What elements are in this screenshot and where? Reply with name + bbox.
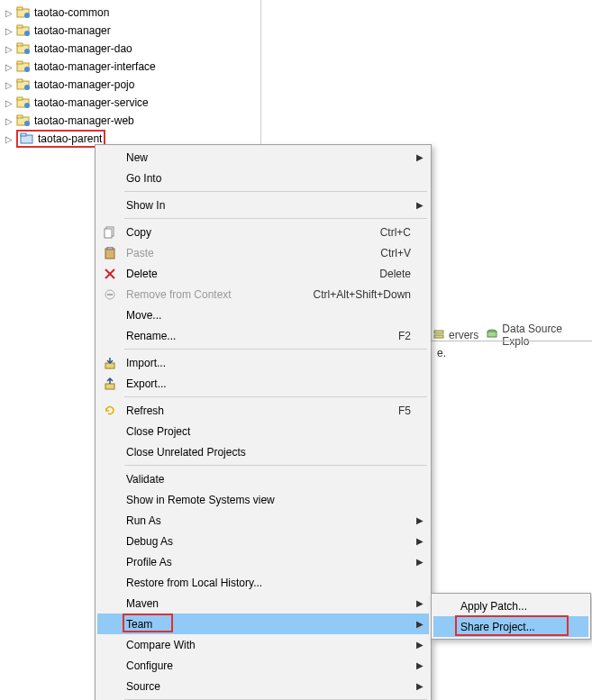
submenu-arrow-icon: ▶: [416, 660, 424, 670]
menu-item-label: Show in Remote Systems view: [126, 494, 411, 506]
menu-item-debug-as[interactable]: Debug As▶: [97, 531, 429, 551]
svg-rect-1: [17, 7, 23, 10]
svg-point-2: [24, 13, 30, 18]
submenu-arrow-icon: ▶: [416, 557, 424, 567]
menu-item-label: New: [126, 151, 411, 164]
menu-item-team[interactable]: Team▶: [97, 614, 429, 634]
menu-item-profile-as[interactable]: Profile As▶: [97, 551, 429, 572]
svg-rect-19: [17, 115, 23, 118]
panel-text: e.: [437, 347, 446, 359]
project-item[interactable]: ▷ taotao-manager: [0, 22, 260, 40]
menu-item-label: Close Project: [126, 425, 411, 438]
menu-item-close-unrelated-projects[interactable]: Close Unrelated Projects: [97, 441, 429, 462]
menu-item-restore-from-local-history[interactable]: Restore from Local History...: [97, 572, 429, 593]
menu-item-import[interactable]: Import...: [97, 352, 429, 373]
tab-underline: [431, 341, 592, 341]
project-label: taotao-manager-interface: [34, 60, 156, 73]
refresh-icon: [103, 404, 117, 418]
menu-item-label: Profile As: [126, 556, 411, 568]
svg-point-11: [24, 67, 30, 72]
remove-context-icon: [103, 287, 117, 302]
menu-item-maven[interactable]: Maven▶: [97, 593, 429, 614]
svg-rect-30: [107, 247, 113, 250]
menu-item-source[interactable]: Source▶: [97, 676, 429, 696]
tab-label: Data Source Explo: [502, 323, 592, 348]
team-submenu[interactable]: Apply Patch...Share Project...: [431, 593, 591, 640]
menu-item-label: Source: [126, 680, 411, 693]
menu-item-rename[interactable]: Rename...F2: [97, 325, 429, 346]
menu-item-run-as[interactable]: Run As▶: [97, 510, 429, 531]
menu-separator: [124, 465, 427, 466]
project-label: taotao-parent: [38, 132, 102, 145]
svg-rect-26: [487, 332, 496, 337]
submenu-arrow-icon: ▶: [416, 619, 424, 629]
menu-item-paste[interactable]: PasteCtrl+V: [97, 242, 429, 263]
menu-item-show-in[interactable]: Show In▶: [97, 195, 429, 215]
menu-item-export[interactable]: Export...: [97, 373, 429, 394]
menu-item-label: Compare With: [126, 639, 411, 651]
svg-rect-10: [17, 61, 23, 64]
project-item[interactable]: ▷ taotao-manager-pojo: [0, 76, 260, 94]
project-icon: [16, 95, 31, 110]
menu-item-go-into[interactable]: Go Into: [97, 168, 429, 188]
expand-arrow-icon[interactable]: ▷: [4, 25, 14, 36]
expand-arrow-icon[interactable]: ▷: [4, 97, 14, 108]
menu-item-label: Restore from Local History...: [126, 577, 411, 589]
expand-arrow-icon[interactable]: ▷: [4, 79, 14, 90]
menu-item-configure[interactable]: Configure▶: [97, 655, 429, 676]
menu-item-delete[interactable]: DeleteDelete: [97, 263, 429, 284]
project-icon: [16, 77, 31, 92]
project-label: taotao-manager-service: [34, 96, 149, 109]
menu-separator: [124, 349, 427, 350]
menu-item-label: Validate: [126, 473, 411, 486]
menu-item-remove-from-context[interactable]: Remove from ContextCtrl+Alt+Shift+Down: [97, 284, 429, 305]
project-icon: [16, 114, 31, 128]
project-item[interactable]: ▷ taotao-manager-interface: [0, 58, 260, 76]
submenu-item-label: Apply Patch...: [460, 600, 570, 613]
menu-item-label: Import...: [126, 357, 411, 369]
expand-arrow-icon[interactable]: ▷: [4, 133, 14, 144]
menu-separator: [124, 218, 427, 219]
expand-arrow-icon[interactable]: ▷: [4, 43, 14, 54]
paste-icon: [103, 246, 117, 260]
expand-arrow-icon[interactable]: ▷: [4, 61, 14, 72]
menu-item-compare-with[interactable]: Compare With▶: [97, 634, 429, 655]
menu-item-shortcut: Ctrl+Alt+Shift+Down: [314, 288, 411, 301]
menu-item-label: Rename...: [126, 330, 380, 342]
submenu-item-apply-patch[interactable]: Apply Patch...: [433, 595, 588, 616]
menu-item-new[interactable]: New▶: [97, 147, 429, 168]
delete-icon: [103, 267, 117, 281]
menu-item-shortcut: Ctrl+C: [380, 226, 411, 239]
submenu-item-share-project[interactable]: Share Project...: [433, 616, 588, 637]
project-item[interactable]: ▷ taotao-common: [0, 4, 260, 22]
expand-arrow-icon[interactable]: ▷: [4, 115, 14, 126]
project-icon: [16, 59, 31, 74]
tab-data-source-explorer[interactable]: Data Source Explo: [486, 323, 592, 348]
context-menu[interactable]: New▶Go IntoShow In▶CopyCtrl+CPasteCtrl+V…: [95, 144, 432, 700]
project-item[interactable]: ▷ taotao-manager-service: [0, 94, 260, 112]
menu-item-shortcut: F2: [398, 330, 411, 342]
project-item[interactable]: ▷ taotao-manager-web: [0, 112, 260, 130]
menu-item-label: Show In: [126, 199, 411, 212]
submenu-arrow-icon: ▶: [416, 640, 424, 650]
view-tabs: ervers Data Source Explo: [433, 323, 592, 348]
project-item[interactable]: ▷ taotao-manager-dao: [0, 40, 260, 58]
svg-rect-23: [434, 331, 443, 333]
svg-rect-7: [17, 43, 23, 46]
svg-rect-36: [105, 384, 114, 389]
project-icon: [16, 41, 31, 56]
menu-item-refresh[interactable]: RefreshF5: [97, 400, 429, 421]
menu-item-label: Copy: [126, 226, 362, 239]
svg-point-8: [24, 49, 30, 54]
menu-item-label: Close Unrelated Projects: [126, 446, 411, 459]
menu-item-validate[interactable]: Validate: [97, 468, 429, 489]
menu-item-copy[interactable]: CopyCtrl+C: [97, 222, 429, 242]
svg-rect-28: [105, 229, 112, 238]
svg-point-20: [24, 121, 30, 126]
menu-item-move[interactable]: Move...: [97, 305, 429, 325]
menu-item-show-in-remote-systems-view[interactable]: Show in Remote Systems view: [97, 489, 429, 510]
menu-item-close-project[interactable]: Close Project: [97, 421, 429, 441]
highlighted-project: taotao-parent: [16, 130, 105, 148]
expand-arrow-icon[interactable]: ▷: [4, 7, 14, 18]
menu-item-label: Maven: [126, 597, 411, 610]
